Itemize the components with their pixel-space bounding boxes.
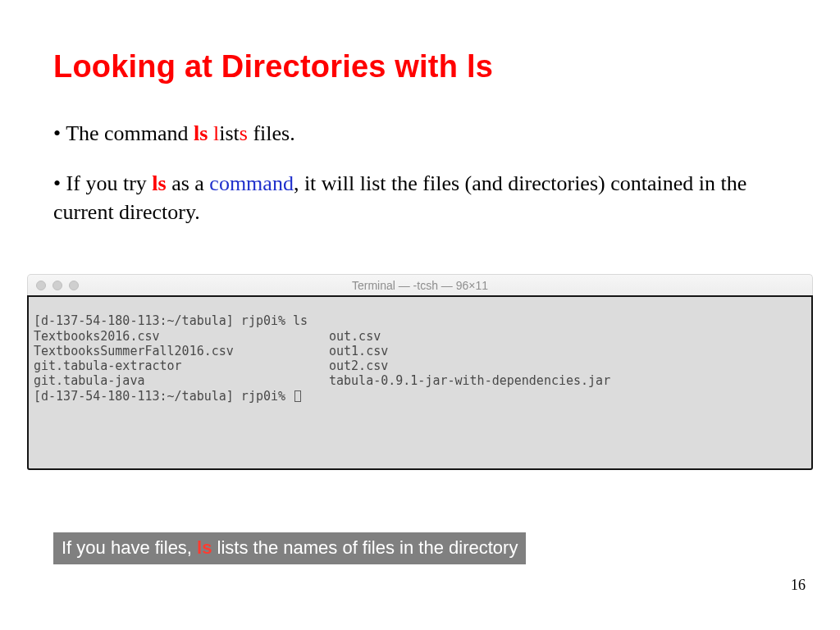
bullet-2: • If you try ls as a command, it will li… xyxy=(53,169,787,226)
zoom-icon[interactable] xyxy=(69,281,79,290)
bullet-1: • The command ls lists files. xyxy=(53,119,787,148)
text: If you have files, xyxy=(62,537,197,558)
cursor-icon xyxy=(294,390,301,402)
ls-output: Textbooks2016.csv TextbooksSummerFall201… xyxy=(34,329,806,389)
file: TextbooksSummerFall2016.csv xyxy=(34,344,234,358)
slide: Looking at Directories with ls • The com… xyxy=(0,0,840,630)
terminal-line: [d-137-54-180-113:~/tabula] rjp0i% xyxy=(34,389,293,404)
file: out1.csv xyxy=(329,344,388,358)
keyword-ls: ls xyxy=(197,537,212,558)
terminal-line: [d-137-54-180-113:~/tabula] rjp0i% ls xyxy=(34,313,308,328)
page-number: 16 xyxy=(791,577,806,594)
text: ist xyxy=(219,121,240,145)
file: out2.csv xyxy=(329,358,388,373)
text: files. xyxy=(248,121,295,145)
keyword-command: command xyxy=(209,171,294,195)
text: lists the names of files in the director… xyxy=(212,537,518,558)
window-controls xyxy=(36,281,79,290)
file: git.tabula-java xyxy=(34,373,144,388)
terminal-window: Terminal — -tcsh — 96×11 [d-137-54-180-1… xyxy=(27,274,813,470)
file: tabula-0.9.1-jar-with-dependencies.jar xyxy=(329,373,610,388)
minimize-icon[interactable] xyxy=(52,281,62,290)
letter-s: s xyxy=(240,121,248,145)
terminal-body[interactable]: [d-137-54-180-113:~/tabula] rjp0i% ls Te… xyxy=(27,295,813,470)
text: as a xyxy=(167,171,210,195)
file: Textbooks2016.csv xyxy=(34,329,160,344)
text: • If you try xyxy=(53,171,152,195)
text: • The command xyxy=(53,121,194,145)
close-icon[interactable] xyxy=(36,281,46,290)
footer-callout: If you have files, ls lists the names of… xyxy=(53,532,526,564)
terminal-titlebar: Terminal — -tcsh — 96×11 xyxy=(27,274,813,295)
file: out.csv xyxy=(329,329,381,344)
keyword-ls: ls xyxy=(194,121,208,145)
terminal-title: Terminal — -tcsh — 96×11 xyxy=(28,279,812,292)
slide-title: Looking at Directories with ls xyxy=(53,49,787,84)
keyword-ls: ls xyxy=(152,171,166,195)
file: git.tabula-extractor xyxy=(34,358,182,373)
